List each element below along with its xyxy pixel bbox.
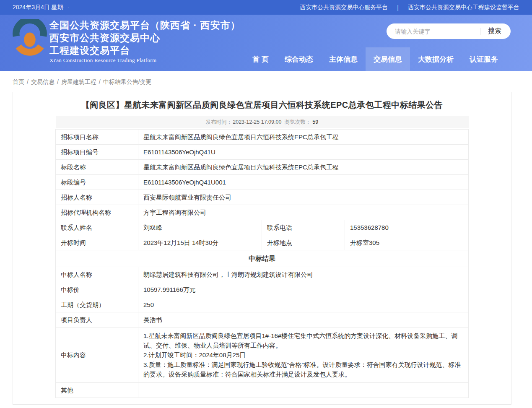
- breadcrumb: 首页/交易信息/房屋建筑工程/中标结果公告/变更: [0, 71, 532, 92]
- row-label: 招标人名称: [55, 190, 138, 205]
- row-label: 招标项目名称: [55, 130, 138, 145]
- search-bar: 搜索: [387, 23, 511, 39]
- views-label: 浏览次数：: [285, 119, 311, 125]
- row-label: 招标项目编号: [55, 145, 138, 160]
- breadcrumb-separator: /: [27, 78, 29, 85]
- table-row: 中标价10597.991166万元: [55, 282, 468, 297]
- table-row: 标段名称星航未来富阎新区品质阎良绿色宜居项目六恒科技系统EPC总承包工程: [55, 160, 468, 175]
- breadcrumb-item[interactable]: 首页: [13, 78, 24, 85]
- site-header: 全国公共资源交易平台（陕西省 · 西安市） 西安市公共资源交易中心 工程建设交易…: [0, 15, 532, 71]
- breadcrumb-separator: /: [57, 78, 59, 85]
- row-value: 250: [138, 297, 468, 312]
- brand-english-subtitle: Xi'an Construction Resource Trading Plat…: [49, 57, 240, 64]
- nav-item[interactable]: 交易信息: [366, 47, 410, 71]
- table-row: 开标时间2023年12月15日 14时30分开标地点开标室305: [55, 235, 468, 250]
- row-label: 开标时间: [55, 235, 138, 250]
- row-value: 星航未来富阎新区品质阎良绿色宜居项目六恒科技系统EPC总承包工程: [138, 160, 468, 175]
- table-row: 招标项目名称星航未来富阎新区品质阎良绿色宜居项目六恒科技系统EPC总承包工程: [55, 130, 468, 145]
- brand-line-1: 全国公共资源交易平台（陕西省 · 西安市）: [49, 19, 240, 31]
- site-logo-icon: [12, 19, 48, 58]
- row-value: E6101143506YeOjhQ41U: [138, 145, 468, 160]
- announcement-card: 【阎良区】星航未来富阎新区品质阎良绿色宜居项目六恒科技系统EPC总承包工程中标结…: [13, 92, 511, 405]
- row-value: 朗绿慧居建筑科技有限公司，上海朗诗规划建筑设计有限公司: [138, 267, 468, 282]
- bid-info-table: 招标项目名称星航未来富阎新区品质阎良绿色宜居项目六恒科技系统EPC总承包工程招标…: [55, 129, 469, 398]
- page-title: 【阎良区】星航未来富阎新区品质阎良绿色宜居项目六恒科技系统EPC总承包工程中标结…: [13, 92, 511, 116]
- row-value: 10597.991166万元: [138, 282, 468, 297]
- row-value: 吴浩书: [138, 312, 468, 327]
- row-value: 1.星航未来富阎新区品质阎良绿色宜居项目1#-16#楼住宅集中式六恒系统的方案设…: [138, 327, 468, 383]
- service-platform-link[interactable]: 西安市公共资源交易中心服务平台: [300, 4, 388, 11]
- section-header-cell: 中标结果: [55, 250, 468, 267]
- content-line: 1.星航未来富阎新区品质阎良绿色宜居项目1#-16#楼住宅集中式六恒系统的方案设…: [143, 331, 463, 350]
- table-row: 中标结果: [55, 250, 468, 267]
- row-label: 项目负责人: [55, 312, 138, 327]
- row-label: 中标内容: [55, 327, 138, 383]
- table-row: 联系人姓名刘双峰联系电话15353628780: [55, 220, 468, 235]
- row-value: 星航未来富阎新区品质阎良绿色宜居项目六恒科技系统EPC总承包工程: [138, 130, 468, 145]
- row-value: 开标室305: [345, 235, 468, 250]
- table-row: 工期（交货期）250: [55, 297, 468, 312]
- row-label: 招标代理机构名称: [55, 205, 138, 220]
- row-label: 联系人姓名: [55, 220, 138, 235]
- search-input[interactable]: [395, 28, 480, 35]
- publish-time-value: 2023-12-25 17:09:00: [233, 119, 281, 125]
- row-value: 方宇工程咨询有限公司: [138, 205, 468, 220]
- nav-item[interactable]: 大数据分析: [410, 47, 462, 71]
- table-row: 招标项目编号E6101143506YeOjhQ41U: [55, 145, 468, 160]
- row-value: 2023年12月15日 14时30分: [138, 235, 262, 250]
- nav-item[interactable]: 认证服务: [462, 47, 506, 71]
- row-value: [138, 383, 468, 398]
- topbar-separator: |: [397, 4, 399, 11]
- breadcrumb-item[interactable]: 交易信息: [31, 78, 54, 85]
- table-row: 标段编号E6101143506YeOjhQ41U001: [55, 175, 468, 190]
- table-row: 招标人名称西安星际领航置业有限责任公司: [55, 190, 468, 205]
- brand-line-3: 工程建设交易平台: [49, 44, 240, 57]
- row-value: 刘双峰: [138, 220, 262, 235]
- search-button[interactable]: 搜索: [480, 27, 511, 36]
- row-label: 标段编号: [55, 175, 138, 190]
- row-label: 联系电话: [262, 220, 345, 235]
- row-value: 西安星际领航置业有限责任公司: [138, 190, 468, 205]
- row-label: 工期（交货期）: [55, 297, 138, 312]
- breadcrumb-separator: /: [99, 78, 101, 85]
- nav-item[interactable]: 综合动态: [277, 47, 321, 71]
- brand-line-2: 西安市公共资源交易中心: [49, 31, 240, 44]
- table-row: 招标代理机构名称方宇工程咨询有限公司: [55, 205, 468, 220]
- topbar-date: 2024年3月4日 星期一: [13, 4, 69, 11]
- breadcrumb-item[interactable]: 房屋建筑工程: [61, 78, 96, 85]
- topbar: 2024年3月4日 星期一 西安市公共资源交易中心服务平台 | 西安市公共资源交…: [0, 0, 532, 15]
- publish-meta: 发布时间：2023-12-25 17:09:00 浏览次数：59: [56, 116, 469, 128]
- nav-item[interactable]: 主体信息: [321, 47, 366, 71]
- site-brand: 全国公共资源交易平台（陕西省 · 西安市） 西安市公共资源交易中心 工程建设交易…: [49, 19, 240, 64]
- table-row: 项目负责人吴浩书: [55, 312, 468, 327]
- content-line: 3.质量：施工质量标准：满足国家现行施工验收规范“合格”标准。设计质量要求：符合…: [143, 360, 463, 379]
- row-value: E6101143506YeOjhQ41U001: [138, 175, 468, 190]
- views-value: 59: [312, 119, 318, 125]
- row-value: 15353628780: [345, 220, 468, 235]
- publish-time-label: 发布时间：: [206, 119, 232, 125]
- table-row: 其他: [55, 383, 468, 398]
- info-table-body: 招标项目名称星航未来富阎新区品质阎良绿色宜居项目六恒科技系统EPC总承包工程招标…: [55, 130, 468, 398]
- nav-item[interactable]: 首 页: [244, 47, 277, 71]
- table-row: 中标人名称朗绿慧居建筑科技有限公司，上海朗诗规划建筑设计有限公司: [55, 267, 468, 282]
- row-label: 其他: [55, 383, 138, 398]
- row-label: 标段名称: [55, 160, 138, 175]
- supervision-platform-link[interactable]: 西安市公共资源交易中心工程建设监督平台: [408, 4, 519, 11]
- row-label: 中标人名称: [55, 267, 138, 282]
- breadcrumb-item[interactable]: 中标结果公告/变更: [103, 78, 152, 85]
- main-nav: 首 页综合动态主体信息交易信息大数据分析认证服务: [244, 47, 506, 71]
- row-label: 中标价: [55, 282, 138, 297]
- table-row: 中标内容1.星航未来富阎新区品质阎良绿色宜居项目1#-16#楼住宅集中式六恒系统…: [55, 327, 468, 383]
- topbar-links: 西安市公共资源交易中心服务平台 | 西安市公共资源交易中心工程建设监督平台: [300, 4, 519, 11]
- content-line: 2.计划开竣工时间：2024年08月25日: [143, 350, 463, 360]
- row-label: 开标地点: [262, 235, 345, 250]
